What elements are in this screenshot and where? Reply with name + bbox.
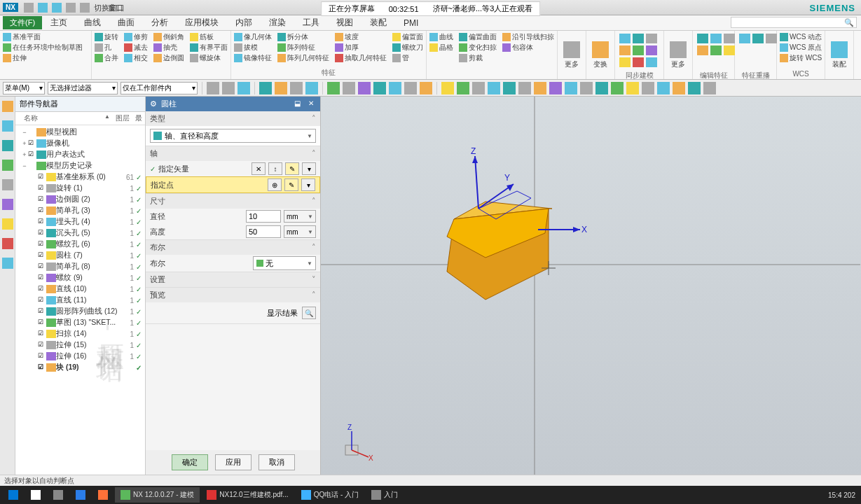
- selbar-tool-icon[interactable]: [472, 82, 485, 94]
- edit-ic6[interactable]: [724, 46, 735, 55]
- rb-split[interactable]: 拆分体: [277, 32, 329, 42]
- selbar-tool-icon[interactable]: [305, 82, 318, 94]
- rail-assy-icon[interactable]: [2, 120, 13, 132]
- nav-col-name[interactable]: 名称: [24, 113, 99, 123]
- tree-item[interactable]: −模型历史记录: [15, 160, 145, 172]
- nav-col-status[interactable]: 最: [135, 113, 142, 123]
- selbar-tool-icon[interactable]: [207, 82, 219, 94]
- tree-item[interactable]: ☑基准坐标系 (0)61✓: [15, 172, 145, 183]
- taskbar-item[interactable]: [48, 487, 69, 503]
- rb-rib[interactable]: 筋板: [190, 32, 228, 42]
- tree-item[interactable]: ☑直线 (11)1✓: [15, 295, 145, 306]
- selbar-tool-icon[interactable]: [404, 82, 417, 94]
- checkbox-icon[interactable]: ☑: [38, 218, 46, 226]
- checkbox-icon[interactable]: ☑: [38, 274, 46, 282]
- checkbox-icon[interactable]: ☑: [38, 363, 46, 372]
- height-unit[interactable]: mm▼: [284, 225, 316, 238]
- rb-subtract[interactable]: 减去: [124, 43, 148, 52]
- vector-dialog-icon[interactable]: ↕: [268, 162, 282, 175]
- selbar-tool-icon[interactable]: [343, 82, 355, 94]
- section-settings-header[interactable]: 设置˅: [146, 272, 320, 287]
- taskbar-item[interactable]: NX12.0三维建模.pdf...: [201, 487, 294, 503]
- section-type-header[interactable]: 类型˄: [146, 111, 320, 126]
- menu-internal[interactable]: 内部: [227, 15, 261, 30]
- taskbar-item[interactable]: [25, 487, 46, 503]
- rb-containment[interactable]: 包容体: [502, 43, 554, 52]
- selbar-tool-icon[interactable]: [237, 82, 250, 94]
- sync-ic5[interactable]: [633, 46, 644, 55]
- rb-offset-face[interactable]: 偏置面: [392, 32, 423, 42]
- selbar-tool-icon[interactable]: [457, 82, 469, 94]
- rb-more-1[interactable]: 更多: [558, 31, 586, 79]
- sync-ic3[interactable]: [646, 34, 657, 43]
- rb-unite[interactable]: 合并: [95, 53, 118, 63]
- menu-view[interactable]: 视图: [328, 15, 361, 30]
- diameter-unit[interactable]: mm▼: [284, 210, 316, 223]
- search-icon[interactable]: 🔍: [842, 18, 856, 27]
- cancel-button[interactable]: 取消: [259, 454, 295, 470]
- checkbox-icon[interactable]: ☑: [38, 229, 46, 237]
- rail-sys-icon[interactable]: [2, 258, 13, 269]
- selbar-tool-icon[interactable]: [688, 82, 701, 94]
- tree-item[interactable]: ☑圆柱 (7)1✓: [15, 250, 145, 261]
- rb-assembly[interactable]: 装配: [825, 31, 854, 79]
- rail-nav-icon[interactable]: [2, 101, 13, 112]
- rail-browser-icon[interactable]: [2, 199, 13, 210]
- menu-home[interactable]: 主页: [42, 15, 76, 30]
- rb-hole[interactable]: 孔: [95, 43, 118, 52]
- checkbox-icon[interactable]: ☑: [38, 251, 46, 260]
- selbar-tool-icon[interactable]: [259, 82, 272, 94]
- selbar-tool-icon[interactable]: [358, 82, 371, 94]
- rb-chamfer[interactable]: 倒斜角: [153, 32, 184, 42]
- section-size-header[interactable]: 尺寸˄: [146, 194, 320, 209]
- point-infer-icon[interactable]: ✎: [284, 178, 298, 191]
- menu-pmi[interactable]: PMI: [395, 17, 427, 29]
- section-preview-header[interactable]: 预览˄: [146, 288, 320, 302]
- rb-shell[interactable]: 抽壳: [153, 43, 184, 52]
- replay-ic2[interactable]: [752, 34, 764, 43]
- tree-item[interactable]: ☑沉头孔 (5)1✓: [15, 227, 145, 239]
- rb-mirror-feat[interactable]: 镜像特征: [234, 53, 272, 63]
- filter2-dropdown[interactable]: 仅在工作部件内▾: [120, 82, 198, 94]
- rb-wcs-rotate[interactable]: 旋转 WCS: [780, 53, 822, 63]
- tree-item[interactable]: ☑草图 (13) "SKET...1✓: [15, 317, 145, 328]
- taskbar-item[interactable]: 入门: [366, 487, 404, 503]
- selbar-tool-icon[interactable]: [327, 82, 340, 94]
- expand-icon[interactable]: −: [21, 129, 28, 136]
- rb-revolve[interactable]: 旋转: [95, 32, 118, 42]
- vector-x-icon[interactable]: ✕: [252, 162, 266, 175]
- menu-app[interactable]: 应用模块: [177, 15, 227, 30]
- selbar-tool-icon[interactable]: [673, 82, 685, 94]
- rb-transform[interactable]: 变换: [586, 31, 615, 79]
- tree-item[interactable]: ☑简单孔 (3)1✓: [15, 205, 145, 216]
- taskbar-item[interactable]: [3, 487, 24, 503]
- taskbar-item[interactable]: [92, 487, 113, 503]
- checkbox-icon[interactable]: ☑: [38, 173, 46, 181]
- vector-infer-icon[interactable]: ✎: [285, 162, 299, 175]
- checkbox-icon[interactable]: ☑: [38, 352, 46, 360]
- rb-helix[interactable]: 螺旋体: [190, 53, 228, 63]
- sync-ic9[interactable]: [646, 57, 657, 67]
- rb-draft-slope[interactable]: 坡度: [335, 32, 387, 42]
- rb-lattice[interactable]: 晶格: [429, 43, 453, 52]
- edit-ic1[interactable]: [697, 34, 708, 43]
- rb-offset-surf[interactable]: 偏置曲面: [459, 32, 497, 42]
- sync-ic8[interactable]: [633, 57, 644, 67]
- checkbox-icon[interactable]: ☑: [38, 307, 46, 316]
- tree-item[interactable]: ☑螺纹孔 (6)1✓: [15, 239, 145, 250]
- checkbox-icon[interactable]: ☑: [28, 150, 36, 159]
- checkbox-icon[interactable]: ☑: [38, 240, 46, 248]
- rb-tube[interactable]: 管: [392, 53, 423, 63]
- qat-switch-window[interactable]: 切换窗口: [94, 3, 104, 13]
- menu-analysis[interactable]: 分析: [143, 15, 177, 30]
- checkbox-icon[interactable]: ☑: [38, 341, 46, 349]
- gear-icon[interactable]: ⚙: [150, 99, 157, 108]
- checkbox-icon[interactable]: ☑: [28, 139, 36, 148]
- file-menu[interactable]: 文件(F): [3, 16, 42, 29]
- tree-item[interactable]: ☑旋转 (1)1✓: [15, 183, 145, 194]
- rb-extract-geom[interactable]: 抽取几何特征: [335, 53, 387, 63]
- section-axis-header[interactable]: 轴˄: [146, 146, 320, 161]
- selbar-tool-icon[interactable]: [222, 82, 235, 94]
- taskbar-item[interactable]: NX 12.0.0.27 - 建模: [115, 487, 200, 503]
- selbar-tool-icon[interactable]: [503, 82, 516, 94]
